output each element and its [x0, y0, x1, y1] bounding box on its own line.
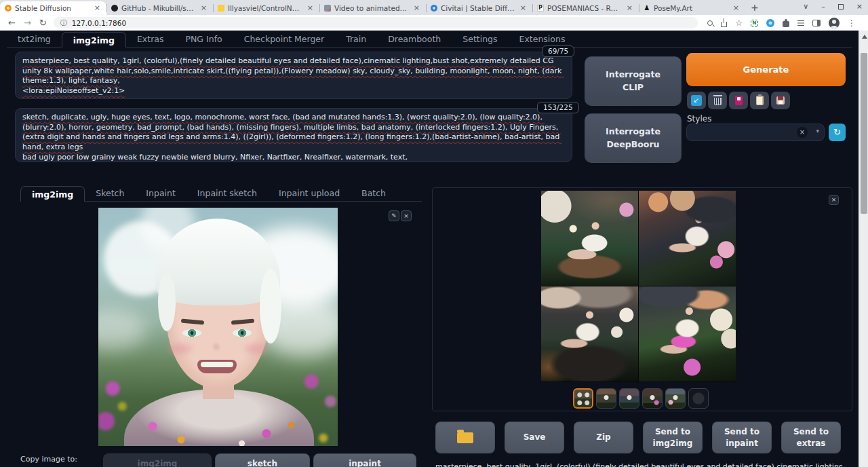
gallery-thumbnail-5[interactable] [665, 388, 686, 409]
extra-networks-button[interactable] [729, 92, 748, 109]
close-tab-icon[interactable]: × [519, 5, 528, 12]
apply-styles-button[interactable] [750, 92, 769, 109]
browser-tab-title: PoseMy.Art [654, 4, 728, 12]
extension-blue-icon[interactable] [766, 19, 774, 27]
profile-avatar[interactable] [829, 18, 840, 29]
close-tab-icon[interactable]: × [199, 5, 208, 12]
browser-tab-title: Civitai | Stable Diffusion models [441, 4, 515, 12]
preview-blush [245, 343, 268, 354]
back-icon[interactable]: ← [8, 18, 16, 28]
mode-tab-inpaint[interactable]: Inpaint [135, 185, 186, 201]
mode-tab-inpaint-sketch[interactable]: Inpaint sketch [186, 185, 268, 201]
browser-tab-title: lllyasviel/ControlNet at main [228, 4, 302, 12]
browser-tab-controlnet[interactable]: lllyasviel/ControlNet at main × [213, 1, 319, 15]
tab-img2img[interactable]: img2img [62, 32, 126, 48]
styles-clear-icon[interactable]: × [797, 127, 808, 138]
tab-extensions[interactable]: Extensions [509, 31, 576, 47]
clear-prompt-button[interactable] [708, 92, 727, 109]
gallery-image-3[interactable] [541, 286, 638, 381]
browser-tab-github[interactable]: GitHub - Mikubill/sd-webui-controlnet × [106, 1, 213, 15]
bookmark-star-icon[interactable]: ☆ [735, 18, 743, 28]
remove-image-button[interactable]: × [401, 210, 412, 221]
generate-button[interactable]: Generate [686, 53, 846, 86]
close-tab-icon[interactable]: × [93, 5, 102, 12]
close-tab-icon[interactable]: × [412, 5, 421, 12]
send-to-extras-button[interactable]: Send to extras [781, 422, 841, 453]
copy-image-to-label: Copy image to: [20, 455, 77, 464]
send-to-inpaint-button[interactable]: Send to inpaint [712, 422, 772, 453]
preview-eye [182, 329, 201, 337]
tab-search-chevron-icon[interactable]: ∨ [803, 2, 808, 11]
prompt-input[interactable]: masterpiece, best quality, 1girl, (color… [15, 52, 572, 99]
save-style-button[interactable] [771, 92, 790, 109]
tab-train[interactable]: Train [335, 31, 377, 47]
zip-button[interactable]: Zip [574, 422, 633, 453]
address-bar[interactable]: ⓘ 127.0.0.1:7860 [54, 17, 698, 29]
interrogate-deepbooru-button[interactable]: Interrogate DeepBooru [585, 113, 682, 163]
browser-tab-stable-diffusion[interactable]: Stable Diffusion × [0, 1, 106, 15]
gallery-image-2[interactable] [639, 191, 736, 286]
send-to-img2img-button[interactable]: Send to img2img [643, 422, 703, 453]
paste-arrow-icon: ↙ [691, 95, 702, 106]
browser-tab-civitai[interactable]: Civitai | Stable Diffusion models × [426, 1, 532, 15]
gallery-thumbnail-6[interactable] [688, 388, 709, 409]
page-scrollbar[interactable] [859, 31, 868, 467]
forward-icon[interactable]: → [24, 18, 31, 28]
zoom-icon[interactable] [707, 20, 713, 26]
refresh-styles-button[interactable]: ↻ [829, 124, 846, 141]
extension-n-icon[interactable]: N [751, 20, 758, 27]
close-tab-icon[interactable]: × [306, 5, 315, 12]
window-maximize-button[interactable] [838, 4, 844, 10]
open-folder-button[interactable] [435, 422, 495, 453]
interrogate-clip-button[interactable]: Interrogate CLIP [585, 56, 682, 106]
mode-tab-img2img[interactable]: img2img [20, 186, 85, 202]
tab-extras[interactable]: Extras [126, 31, 175, 47]
copy-to-img2img-button[interactable]: img2img [103, 453, 212, 467]
folder-icon [457, 432, 473, 443]
gallery-thumbnail-4[interactable] [642, 388, 663, 409]
tab-dreambooth[interactable]: Dreambooth [377, 31, 452, 47]
posemaniacs-favicon: P [537, 5, 544, 12]
tab-checkpoint-merger[interactable]: Checkpoint Merger [233, 31, 335, 47]
gallery-thumbnail-2[interactable] [596, 388, 616, 409]
extensions-puzzle-icon[interactable] [783, 21, 789, 27]
site-info-icon[interactable]: ⓘ [60, 18, 67, 28]
browser-tab-posemyart[interactable]: ♟ PoseMy.Art × [639, 1, 745, 15]
reading-list-icon[interactable] [797, 20, 804, 22]
copy-to-inpaint-button[interactable]: inpaint [313, 453, 416, 467]
tab-png-info[interactable]: PNG Info [174, 31, 233, 47]
copy-to-sketch-button[interactable]: sketch [215, 453, 310, 467]
gallery-thumbnail-3[interactable] [619, 388, 639, 409]
mode-tab-inpaint-upload[interactable]: Inpaint upload [268, 185, 351, 201]
new-tab-button[interactable]: + [751, 2, 759, 13]
reload-icon[interactable]: ↻ [39, 18, 47, 28]
styles-dropdown[interactable]: × ▾ [686, 124, 825, 141]
close-tab-icon[interactable]: × [625, 5, 634, 12]
close-gallery-button[interactable]: × [829, 195, 839, 205]
posemyart-favicon: ♟ [644, 5, 650, 12]
img2img-source-image[interactable] [98, 208, 338, 446]
mode-tab-sketch[interactable]: Sketch [85, 185, 135, 201]
paste-generation-params-button[interactable]: ↙ [687, 92, 706, 109]
gallery-thumbnail-1[interactable] [573, 388, 593, 409]
negative-prompt-input[interactable]: sketch, duplicate, ugly, huge eyes, text… [15, 108, 572, 162]
browser-tab-posemaniacs[interactable]: P POSEMANIACS - Royalty free 3d pose × [532, 1, 639, 15]
gallery-image-1[interactable] [541, 191, 638, 286]
window-close-button[interactable]: × [856, 2, 863, 11]
save-button[interactable]: Save [505, 422, 564, 453]
tab-txt2img[interactable]: txt2img [7, 31, 62, 47]
side-panel-icon[interactable] [812, 20, 821, 26]
window-minimize-button[interactable]: – [821, 2, 825, 11]
share-icon[interactable] [721, 22, 727, 27]
browser-tab-title: GitHub - Mikubill/sd-webui-controlnet [121, 4, 196, 12]
mode-tab-batch[interactable]: Batch [351, 185, 397, 201]
preview-cloud [98, 310, 146, 350]
edit-image-button[interactable]: ✎ [389, 210, 399, 221]
scrollbar-thumb[interactable] [861, 53, 867, 214]
close-tab-icon[interactable]: × [732, 5, 741, 12]
browser-tab-gif-converter[interactable]: Video to animated GIF converter × [319, 1, 426, 15]
tab-settings[interactable]: Settings [452, 31, 508, 47]
scrollbar-up-arrow[interactable] [862, 35, 867, 39]
gallery-image-4[interactable] [639, 286, 736, 381]
browser-menu-icon[interactable]: ⋮ [848, 18, 856, 28]
